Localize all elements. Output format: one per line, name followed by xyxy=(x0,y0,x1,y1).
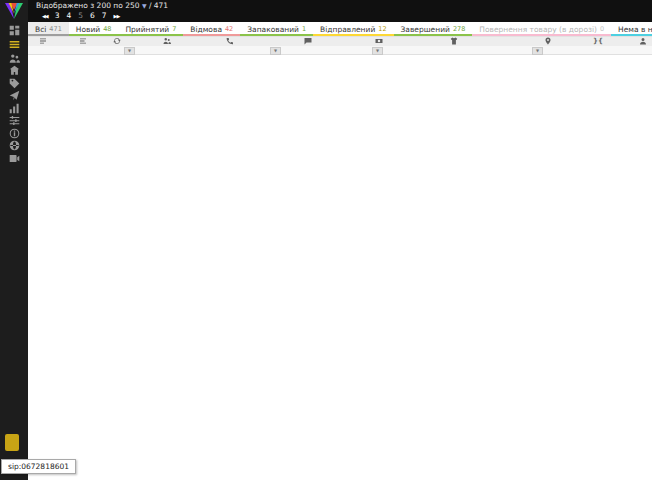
sidebar-item-settings[interactable] xyxy=(0,114,28,126)
column-header-brackets[interactable]: }{ xyxy=(572,36,624,46)
phone-icon xyxy=(226,37,234,45)
column-header-spacer xyxy=(514,36,524,46)
orders-icon xyxy=(9,39,20,50)
column-header-person[interactable] xyxy=(634,36,652,46)
filter-dropdown-2[interactable]: ▼ xyxy=(372,47,383,55)
last-page-button[interactable]: ▶▶ xyxy=(114,13,120,19)
tab-underline xyxy=(313,34,393,36)
sidebar-item-info[interactable] xyxy=(0,127,28,139)
filter-dropdown-0[interactable]: ▼ xyxy=(124,47,135,55)
tab-underline xyxy=(118,34,183,36)
tab-count: 12 xyxy=(378,25,386,33)
person-icon xyxy=(639,37,647,45)
filter-dropdown-3[interactable]: ▼ xyxy=(532,47,543,55)
tab-underline xyxy=(611,34,652,36)
sidebar xyxy=(0,0,28,480)
page-number-7[interactable]: 7 xyxy=(102,11,107,20)
bubble-icon xyxy=(304,37,312,45)
column-header-spacer xyxy=(252,36,262,46)
tab-Новий[interactable]: Новий48 xyxy=(69,22,119,36)
column-header-people[interactable] xyxy=(126,36,208,46)
column-header-lines2[interactable] xyxy=(58,36,108,46)
tab-Нема в наявності[interactable]: Нема в наявності1 xyxy=(611,22,652,36)
shirt-icon xyxy=(450,37,458,45)
sidebar-item-statistics[interactable] xyxy=(0,102,28,114)
people-icon xyxy=(163,37,171,45)
sidebar-item-web[interactable] xyxy=(0,139,28,151)
tab-label: Прийнятий xyxy=(125,25,169,34)
top-bar: Відображено з 200 по 250 ▼ / 471 ◀◀ 3456… xyxy=(28,0,652,22)
tab-count: 1 xyxy=(302,25,306,33)
tab-label: Новий xyxy=(76,25,100,34)
tab-count: 48 xyxy=(103,25,111,33)
money-icon xyxy=(375,37,383,45)
tab-count: 471 xyxy=(49,25,61,33)
column-header-money[interactable] xyxy=(364,36,394,46)
store-icon xyxy=(9,65,20,76)
tab-label: Повернення товару (в дорозі) xyxy=(479,25,597,34)
dashboard-icon xyxy=(9,25,20,36)
sidebar-item-video[interactable] xyxy=(0,152,28,164)
column-header-pin[interactable] xyxy=(524,36,572,46)
tab-underline xyxy=(394,34,473,36)
sidebar-chat-badge[interactable] xyxy=(5,434,19,451)
page-number-5[interactable]: 5 xyxy=(78,11,83,20)
sidebar-item-clients[interactable] xyxy=(0,52,28,64)
column-header-phone[interactable] xyxy=(208,36,252,46)
pagination-summary: Відображено з 200 по 250 ▼ / 471 xyxy=(36,1,168,10)
filter-dropdown-1[interactable]: ▼ xyxy=(270,47,281,55)
globe-icon xyxy=(9,140,20,151)
video-icon xyxy=(9,153,20,164)
sidebar-item-campaigns[interactable] xyxy=(0,89,28,101)
first-page-button[interactable]: ◀◀ xyxy=(42,13,48,19)
sidebar-item-dashboard[interactable] xyxy=(0,24,28,36)
tab-count: 278 xyxy=(453,25,465,33)
column-header-refresh[interactable] xyxy=(108,36,126,46)
sidebar-item-orders[interactable] xyxy=(0,38,28,50)
tab-underline xyxy=(28,34,69,36)
chart-icon xyxy=(9,103,20,114)
tab-Прийнятий[interactable]: Прийнятий7 xyxy=(118,22,183,36)
column-header-shirt[interactable] xyxy=(394,36,514,46)
tab-label: Відправлений xyxy=(320,25,375,34)
column-header-spacer xyxy=(354,36,364,46)
tab-underline xyxy=(240,34,313,36)
tab-underline xyxy=(183,34,240,36)
page-number-4[interactable]: 4 xyxy=(66,11,71,20)
sidebar-item-products[interactable] xyxy=(0,77,28,89)
tab-Запакований[interactable]: Запакований1 xyxy=(240,22,313,36)
column-header-spacer xyxy=(624,36,634,46)
column-header-bubble[interactable] xyxy=(262,36,354,46)
clients-icon xyxy=(9,53,20,64)
tab-Відправлений[interactable]: Відправлений12 xyxy=(313,22,393,36)
pin-icon xyxy=(544,37,552,45)
brackets-icon: }{ xyxy=(593,37,603,45)
tab-count: 0 xyxy=(600,25,604,33)
page-number-3[interactable]: 3 xyxy=(55,11,60,20)
tab-label: Запакований xyxy=(247,25,299,34)
tab-label: Всі xyxy=(35,25,46,34)
filter-row: ▼▼▼▼ xyxy=(28,46,652,55)
crm-app: Відображено з 200 по 250 ▼ / 471 ◀◀ 3456… xyxy=(0,0,652,480)
page-number-6[interactable]: 6 xyxy=(90,11,95,20)
app-logo-icon[interactable] xyxy=(3,2,25,20)
lines2-icon xyxy=(79,37,87,45)
tab-Повернення товару (в дорозі)[interactable]: Повернення товару (в дорозі)0 xyxy=(472,22,611,36)
refresh-icon xyxy=(113,37,121,45)
tab-Завершений[interactable]: Завершений278 xyxy=(394,22,473,36)
sip-tooltip: sip:0672818601 xyxy=(1,459,76,474)
info-icon xyxy=(9,128,20,139)
column-header-lines[interactable] xyxy=(28,36,58,46)
tab-label: Нема в наявності xyxy=(618,25,652,34)
tab-Відмова[interactable]: Відмова42 xyxy=(183,22,240,36)
tag-icon xyxy=(9,78,20,89)
tab-Всі[interactable]: Всі471 xyxy=(28,22,69,36)
lines-icon xyxy=(39,37,47,45)
send-icon xyxy=(9,90,20,101)
sliders-icon xyxy=(9,115,20,126)
tab-label: Відмова xyxy=(190,25,222,34)
chevron-down-icon[interactable]: ▼ xyxy=(142,2,147,9)
tab-label: Завершений xyxy=(401,25,450,34)
sidebar-item-warehouse[interactable] xyxy=(0,64,28,76)
pagination: ◀◀ 34567 ▶▶ xyxy=(42,11,119,20)
